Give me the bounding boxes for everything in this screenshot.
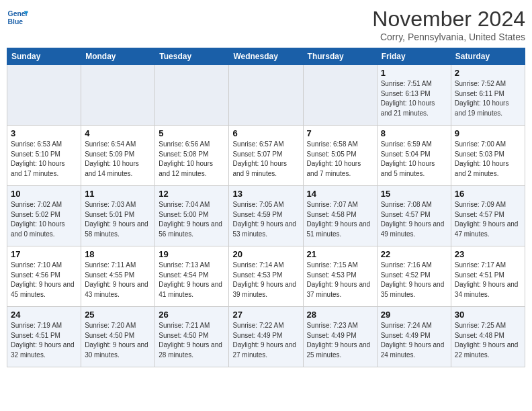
calendar-day-cell: 1Sunrise: 7:51 AMSunset: 6:13 PMDaylight… (377, 65, 451, 126)
calendar-table: SundayMondayTuesdayWednesdayThursdayFrid… (7, 48, 525, 367)
calendar-week-row: 17Sunrise: 7:10 AMSunset: 4:56 PMDayligh… (7, 246, 525, 307)
calendar-day-cell (303, 65, 377, 126)
day-info: Sunrise: 7:21 AMSunset: 4:50 PMDaylight:… (159, 321, 225, 360)
day-info: Sunrise: 7:52 AMSunset: 6:11 PMDaylight:… (455, 79, 521, 118)
calendar-day-cell (7, 65, 81, 126)
day-info: Sunrise: 7:22 AMSunset: 4:49 PMDaylight:… (232, 321, 299, 360)
calendar-day-cell: 15Sunrise: 7:08 AMSunset: 4:57 PMDayligh… (377, 186, 451, 246)
day-number: 16 (455, 189, 521, 199)
calendar-day-cell: 16Sunrise: 7:09 AMSunset: 4:57 PMDayligh… (451, 186, 525, 246)
day-number: 27 (232, 310, 299, 320)
day-info: Sunrise: 7:03 AMSunset: 5:01 PMDaylight:… (85, 200, 151, 239)
logo-icon: General Blue (7, 7, 28, 28)
calendar-day-cell: 27Sunrise: 7:22 AMSunset: 4:49 PMDayligh… (229, 307, 303, 367)
day-info: Sunrise: 7:00 AMSunset: 5:03 PMDaylight:… (455, 140, 521, 179)
day-info: Sunrise: 7:11 AMSunset: 4:55 PMDaylight:… (85, 261, 151, 300)
day-number: 1 (381, 68, 447, 78)
day-number: 21 (307, 249, 373, 259)
calendar-week-row: 10Sunrise: 7:02 AMSunset: 5:02 PMDayligh… (7, 186, 525, 246)
day-info: Sunrise: 7:05 AMSunset: 4:59 PMDaylight:… (232, 200, 299, 239)
day-info: Sunrise: 7:23 AMSunset: 4:49 PMDaylight:… (307, 321, 373, 360)
calendar-day-cell: 17Sunrise: 7:10 AMSunset: 4:56 PMDayligh… (7, 246, 81, 307)
day-number: 17 (11, 249, 77, 259)
calendar-day-cell: 5Sunrise: 6:56 AMSunset: 5:08 PMDaylight… (155, 126, 229, 186)
weekday-header-wednesday: Wednesday (229, 48, 303, 65)
calendar-day-cell: 3Sunrise: 6:53 AMSunset: 5:10 PMDaylight… (7, 126, 81, 186)
calendar-day-cell: 8Sunrise: 6:59 AMSunset: 5:04 PMDaylight… (377, 126, 451, 186)
day-info: Sunrise: 7:25 AMSunset: 4:48 PMDaylight:… (455, 321, 521, 360)
weekday-header-saturday: Saturday (451, 48, 525, 65)
calendar-day-cell: 24Sunrise: 7:19 AMSunset: 4:51 PMDayligh… (7, 307, 81, 367)
day-number: 29 (381, 310, 447, 320)
weekday-header-sunday: Sunday (7, 48, 81, 65)
day-number: 5 (159, 128, 225, 138)
day-info: Sunrise: 7:16 AMSunset: 4:52 PMDaylight:… (381, 261, 447, 300)
calendar-day-cell: 26Sunrise: 7:21 AMSunset: 4:50 PMDayligh… (155, 307, 229, 367)
day-number: 11 (85, 189, 151, 199)
weekday-header-friday: Friday (377, 48, 451, 65)
calendar-day-cell (229, 65, 303, 126)
day-info: Sunrise: 6:59 AMSunset: 5:04 PMDaylight:… (381, 140, 447, 179)
location: Corry, Pennsylvania, United States (372, 32, 525, 42)
day-info: Sunrise: 7:09 AMSunset: 4:57 PMDaylight:… (455, 200, 521, 239)
day-number: 30 (455, 310, 521, 320)
calendar-day-cell: 25Sunrise: 7:20 AMSunset: 4:50 PMDayligh… (81, 307, 155, 367)
calendar-day-cell: 21Sunrise: 7:15 AMSunset: 4:53 PMDayligh… (303, 246, 377, 307)
day-info: Sunrise: 6:56 AMSunset: 5:08 PMDaylight:… (159, 140, 225, 179)
day-number: 23 (455, 249, 521, 259)
calendar-day-cell: 29Sunrise: 7:24 AMSunset: 4:49 PMDayligh… (377, 307, 451, 367)
day-number: 7 (307, 128, 373, 138)
calendar-week-row: 24Sunrise: 7:19 AMSunset: 4:51 PMDayligh… (7, 307, 525, 367)
day-info: Sunrise: 7:08 AMSunset: 4:57 PMDaylight:… (381, 200, 447, 239)
day-number: 10 (11, 189, 77, 199)
svg-text:Blue: Blue (8, 18, 24, 26)
day-info: Sunrise: 7:15 AMSunset: 4:53 PMDaylight:… (307, 261, 373, 300)
day-number: 13 (232, 189, 299, 199)
day-info: Sunrise: 6:54 AMSunset: 5:09 PMDaylight:… (85, 140, 151, 179)
calendar-day-cell: 14Sunrise: 7:07 AMSunset: 4:58 PMDayligh… (303, 186, 377, 246)
calendar-day-cell: 9Sunrise: 7:00 AMSunset: 5:03 PMDaylight… (451, 126, 525, 186)
day-info: Sunrise: 7:04 AMSunset: 5:00 PMDaylight:… (159, 200, 225, 239)
day-number: 28 (307, 310, 373, 320)
day-info: Sunrise: 7:20 AMSunset: 4:50 PMDaylight:… (85, 321, 151, 360)
day-info: Sunrise: 7:19 AMSunset: 4:51 PMDaylight:… (11, 321, 77, 360)
calendar-day-cell: 12Sunrise: 7:04 AMSunset: 5:00 PMDayligh… (155, 186, 229, 246)
day-info: Sunrise: 7:10 AMSunset: 4:56 PMDaylight:… (11, 261, 77, 300)
day-number: 8 (381, 128, 447, 138)
day-number: 25 (85, 310, 151, 320)
calendar-week-row: 3Sunrise: 6:53 AMSunset: 5:10 PMDaylight… (7, 126, 525, 186)
day-number: 2 (455, 68, 521, 78)
month-title: November 2024 (372, 7, 525, 32)
day-info: Sunrise: 7:13 AMSunset: 4:54 PMDaylight:… (159, 261, 225, 300)
day-info: Sunrise: 7:24 AMSunset: 4:49 PMDaylight:… (381, 321, 447, 360)
calendar-week-row: 1Sunrise: 7:51 AMSunset: 6:13 PMDaylight… (7, 65, 525, 126)
day-info: Sunrise: 7:07 AMSunset: 4:58 PMDaylight:… (307, 200, 373, 239)
weekday-header-tuesday: Tuesday (155, 48, 229, 65)
calendar-day-cell: 13Sunrise: 7:05 AMSunset: 4:59 PMDayligh… (229, 186, 303, 246)
day-number: 22 (381, 249, 447, 259)
day-info: Sunrise: 7:02 AMSunset: 5:02 PMDaylight:… (11, 200, 77, 239)
day-number: 12 (159, 189, 225, 199)
day-number: 4 (85, 128, 151, 138)
day-number: 6 (232, 128, 299, 138)
day-number: 9 (455, 128, 521, 138)
calendar-day-cell: 18Sunrise: 7:11 AMSunset: 4:55 PMDayligh… (81, 246, 155, 307)
day-info: Sunrise: 7:51 AMSunset: 6:13 PMDaylight:… (381, 79, 447, 118)
day-number: 24 (11, 310, 77, 320)
logo: General Blue (7, 7, 28, 28)
weekday-header-thursday: Thursday (303, 48, 377, 65)
day-number: 19 (159, 249, 225, 259)
day-number: 20 (232, 249, 299, 259)
calendar-day-cell: 22Sunrise: 7:16 AMSunset: 4:52 PMDayligh… (377, 246, 451, 307)
page-header: General Blue November 2024 Corry, Pennsy… (7, 7, 525, 42)
calendar-day-cell: 7Sunrise: 6:58 AMSunset: 5:05 PMDaylight… (303, 126, 377, 186)
day-number: 15 (381, 189, 447, 199)
calendar-day-cell (155, 65, 229, 126)
calendar-day-cell: 4Sunrise: 6:54 AMSunset: 5:09 PMDaylight… (81, 126, 155, 186)
title-block: November 2024 Corry, Pennsylvania, Unite… (372, 7, 525, 42)
calendar-day-cell: 28Sunrise: 7:23 AMSunset: 4:49 PMDayligh… (303, 307, 377, 367)
weekday-header-monday: Monday (81, 48, 155, 65)
day-number: 14 (307, 189, 373, 199)
day-info: Sunrise: 6:58 AMSunset: 5:05 PMDaylight:… (307, 140, 373, 179)
day-info: Sunrise: 6:53 AMSunset: 5:10 PMDaylight:… (11, 140, 77, 179)
